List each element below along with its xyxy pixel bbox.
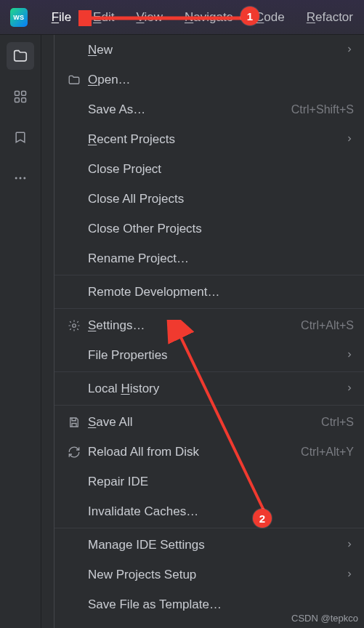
svg-rect-3 xyxy=(22,98,26,102)
menu-item-shortcut: Ctrl+Alt+S xyxy=(301,319,354,332)
menu-item-manage-ide-settings[interactable]: Manage IDE Settings xyxy=(54,530,364,560)
menu-item-new[interactable]: New xyxy=(54,35,364,65)
watermark-text: CSDN @tepkco xyxy=(291,613,358,624)
menu-item-label: Close Project xyxy=(88,162,354,177)
menu-item-close-all-projects[interactable]: Close All Projects xyxy=(54,184,364,214)
gear-icon xyxy=(68,319,88,332)
menu-item-recent-projects[interactable]: Recent Projects xyxy=(54,124,364,154)
structure-tool-icon[interactable] xyxy=(7,83,34,110)
menubar-navigate[interactable]: Navigate xyxy=(174,7,244,28)
menu-item-label: Settings… xyxy=(88,318,301,333)
menubar-view[interactable]: View xyxy=(125,7,174,28)
menu-item-label: Close All Projects xyxy=(88,192,354,206)
app-logo: WS xyxy=(10,8,28,27)
menu-item-label: Save All xyxy=(88,415,321,430)
svg-point-7 xyxy=(73,323,76,327)
menu-item-label: Reload All from Disk xyxy=(88,445,301,459)
left-toolbar xyxy=(0,35,41,628)
menu-item-reload-all-from-disk[interactable]: Reload All from DiskCtrl+Alt+Y xyxy=(54,437,364,467)
menu-item-invalidate-caches[interactable]: Invalidate Caches… xyxy=(54,496,364,526)
svg-rect-1 xyxy=(22,92,26,96)
chevron-right-icon xyxy=(345,382,354,396)
menu-item-shortcut: Ctrl+S xyxy=(321,416,354,429)
menu-item-repair-ide[interactable]: Repair IDE xyxy=(54,467,364,496)
reload-icon xyxy=(68,446,88,459)
menu-item-shortcut: Ctrl+Alt+Y xyxy=(301,446,354,459)
file-menu-dropdown: NewOpen…Save As…Ctrl+Shift+SRecent Proje… xyxy=(54,35,364,628)
menu-item-file-properties[interactable]: File Properties xyxy=(54,340,364,370)
menu-separator xyxy=(54,275,364,275)
menu-item-local-history[interactable]: Local History xyxy=(54,374,364,403)
annotation-badge-1: 1 xyxy=(240,7,259,25)
menu-separator xyxy=(54,405,364,406)
svg-rect-2 xyxy=(15,98,20,102)
svg-point-4 xyxy=(15,177,17,180)
svg-point-5 xyxy=(20,177,22,180)
menu-item-close-other-projects[interactable]: Close Other Projects xyxy=(54,214,364,243)
folder-icon xyxy=(68,73,88,86)
menu-item-label: Save As… xyxy=(88,102,291,117)
chevron-right-icon xyxy=(345,132,354,147)
menu-item-label: Save File as Template… xyxy=(88,597,354,612)
menu-item-remote-development[interactable]: Remote Development… xyxy=(54,277,364,307)
bookmarks-tool-icon[interactable] xyxy=(7,124,34,151)
svg-point-6 xyxy=(23,177,25,180)
menubar-file[interactable]: File xyxy=(41,7,82,28)
chevron-right-icon xyxy=(345,348,354,363)
menu-item-settings[interactable]: Settings…Ctrl+Alt+S xyxy=(54,310,364,340)
save-icon xyxy=(68,416,88,429)
menubar: WS FileEditViewNavigateCodeRefactor xyxy=(0,0,364,35)
menu-item-label: Remote Development… xyxy=(88,285,354,299)
menu-item-label: Close Other Projects xyxy=(88,222,354,236)
chevron-right-icon xyxy=(345,538,354,552)
menu-item-label: Rename Project… xyxy=(88,251,354,266)
project-tool-icon[interactable] xyxy=(7,42,34,70)
menu-item-new-projects-setup[interactable]: New Projects Setup xyxy=(54,560,364,589)
menu-item-label: Invalidate Caches… xyxy=(88,504,354,519)
chevron-right-icon xyxy=(345,43,354,57)
annotation-badge-2: 2 xyxy=(253,509,272,528)
svg-rect-0 xyxy=(15,92,20,96)
menu-item-label: Local History xyxy=(88,382,345,396)
menu-item-open[interactable]: Open… xyxy=(54,65,364,94)
menu-item-label: New Projects Setup xyxy=(88,568,345,582)
menu-item-close-project[interactable]: Close Project xyxy=(54,154,364,184)
menu-item-label: Recent Projects xyxy=(88,132,345,147)
menubar-edit[interactable]: Edit xyxy=(82,7,125,28)
menu-item-label: Repair IDE xyxy=(88,475,354,489)
menu-separator xyxy=(54,528,364,528)
menu-item-save-all[interactable]: Save AllCtrl+S xyxy=(54,407,364,437)
menu-item-shortcut: Ctrl+Shift+S xyxy=(291,103,354,116)
menu-item-label: Manage IDE Settings xyxy=(88,538,345,552)
more-tool-icon[interactable] xyxy=(7,164,34,192)
menu-separator xyxy=(54,308,364,309)
menu-item-label: Open… xyxy=(88,73,354,87)
menubar-refactor[interactable]: Refactor xyxy=(296,7,364,28)
menu-separator xyxy=(54,371,364,372)
chevron-right-icon xyxy=(345,568,354,582)
menu-item-rename-project[interactable]: Rename Project… xyxy=(54,243,364,273)
menu-item-save-as[interactable]: Save As…Ctrl+Shift+S xyxy=(54,94,364,124)
menu-item-label: New xyxy=(88,43,345,57)
menu-item-label: File Properties xyxy=(88,348,345,363)
